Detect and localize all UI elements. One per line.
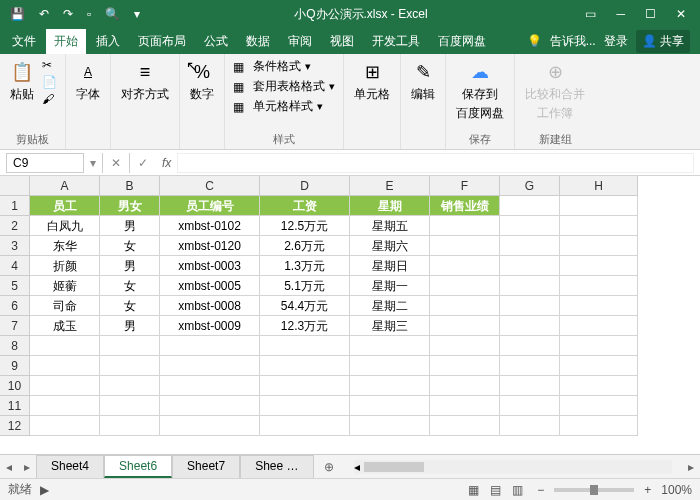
col-header[interactable]: H (560, 176, 638, 196)
col-header[interactable]: G (500, 176, 560, 196)
tab-baidu[interactable]: 百度网盘 (430, 29, 494, 54)
cell[interactable]: 折颜 (30, 256, 100, 276)
formula-bar[interactable] (177, 153, 694, 173)
cell[interactable] (430, 356, 500, 376)
cell[interactable]: xmbst-0003 (160, 256, 260, 276)
col-header[interactable]: B (100, 176, 160, 196)
cell[interactable] (560, 276, 638, 296)
cell[interactable]: 员工 (30, 196, 100, 216)
tab-home[interactable]: 开始 (46, 29, 86, 54)
cell[interactable] (260, 356, 350, 376)
cell[interactable] (30, 356, 100, 376)
table-format-button[interactable]: ▦套用表格格式 ▾ (233, 78, 335, 95)
sheet-tab[interactable]: Sheet4 (36, 455, 104, 478)
cell[interactable] (560, 256, 638, 276)
ribbon-opts-icon[interactable]: ▭ (585, 7, 596, 21)
cell[interactable] (500, 236, 560, 256)
cell[interactable]: 白凤九 (30, 216, 100, 236)
cell[interactable] (500, 196, 560, 216)
zoom-in-icon[interactable]: + (644, 483, 651, 497)
col-header[interactable]: E (350, 176, 430, 196)
cell[interactable] (430, 316, 500, 336)
row-header[interactable]: 4 (0, 256, 30, 276)
cell[interactable] (560, 236, 638, 256)
cell[interactable] (350, 396, 430, 416)
sheet-tab[interactable]: Sheet7 (172, 455, 240, 478)
undo-icon[interactable]: ↶ (39, 7, 49, 21)
col-header[interactable]: A (30, 176, 100, 196)
cell[interactable]: 姬蘅 (30, 276, 100, 296)
cell[interactable]: 销售业绩 (430, 196, 500, 216)
cell[interactable] (100, 376, 160, 396)
cell[interactable]: 星期二 (350, 296, 430, 316)
sheet-tab[interactable]: Shee … (240, 455, 313, 478)
cell[interactable]: xmbst-0008 (160, 296, 260, 316)
cells-button[interactable]: ⊞单元格 (352, 58, 392, 105)
tab-view[interactable]: 视图 (322, 29, 362, 54)
cell[interactable] (30, 416, 100, 436)
cell[interactable] (430, 336, 500, 356)
cell[interactable] (560, 216, 638, 236)
row-header[interactable]: 1 (0, 196, 30, 216)
row-header[interactable]: 11 (0, 396, 30, 416)
cell[interactable] (100, 336, 160, 356)
cell[interactable]: 星期一 (350, 276, 430, 296)
col-header[interactable]: F (430, 176, 500, 196)
cell[interactable] (350, 336, 430, 356)
cell[interactable]: 2.6万元 (260, 236, 350, 256)
cell[interactable] (560, 416, 638, 436)
cell[interactable] (500, 356, 560, 376)
copy-icon[interactable]: 📄 (42, 75, 57, 89)
cell[interactable] (430, 216, 500, 236)
cell[interactable] (500, 216, 560, 236)
zoom-out-icon[interactable]: − (537, 483, 544, 497)
close-icon[interactable]: ✕ (676, 7, 686, 21)
col-header[interactable]: C (160, 176, 260, 196)
row-header[interactable]: 6 (0, 296, 30, 316)
tab-formula[interactable]: 公式 (196, 29, 236, 54)
cell[interactable]: 男 (100, 256, 160, 276)
cell[interactable] (160, 416, 260, 436)
row-header[interactable]: 7 (0, 316, 30, 336)
cell[interactable] (430, 416, 500, 436)
cell[interactable] (430, 276, 500, 296)
cell[interactable] (500, 256, 560, 276)
cell[interactable]: 12.5万元 (260, 216, 350, 236)
cell[interactable]: 员工编号 (160, 196, 260, 216)
cell[interactable] (30, 376, 100, 396)
sheet-prev-icon[interactable]: ◂ (0, 460, 18, 474)
cut-icon[interactable]: ✂ (42, 58, 57, 72)
cell[interactable] (350, 416, 430, 436)
cell[interactable]: 星期六 (350, 236, 430, 256)
cell[interactable] (160, 396, 260, 416)
row-header[interactable]: 8 (0, 336, 30, 356)
sheet-next-icon[interactable]: ▸ (18, 460, 36, 474)
cell[interactable]: 女 (100, 236, 160, 256)
number-button[interactable]: %数字 (188, 58, 216, 105)
cell[interactable] (500, 336, 560, 356)
cell[interactable] (560, 316, 638, 336)
cell[interactable]: xmbst-0102 (160, 216, 260, 236)
cell[interactable] (500, 416, 560, 436)
redo-icon[interactable]: ↷ (63, 7, 73, 21)
tab-layout[interactable]: 页面布局 (130, 29, 194, 54)
row-header[interactable]: 3 (0, 236, 30, 256)
maximize-icon[interactable]: ☐ (645, 7, 656, 21)
cell[interactable]: 星期五 (350, 216, 430, 236)
tab-review[interactable]: 审阅 (280, 29, 320, 54)
cell[interactable]: xmbst-0005 (160, 276, 260, 296)
view-break-icon[interactable]: ▥ (508, 483, 527, 497)
cell[interactable] (260, 416, 350, 436)
cell[interactable] (430, 376, 500, 396)
cell[interactable]: 女 (100, 296, 160, 316)
add-sheet-icon[interactable]: ⊕ (314, 460, 344, 474)
fx-icon[interactable]: fx (156, 156, 177, 170)
scroll-left-icon[interactable]: ◂ (354, 460, 360, 474)
tab-data[interactable]: 数据 (238, 29, 278, 54)
cell[interactable]: 女 (100, 276, 160, 296)
cell[interactable]: 星期三 (350, 316, 430, 336)
view-page-icon[interactable]: ▤ (486, 483, 505, 497)
cell[interactable]: 司命 (30, 296, 100, 316)
col-header[interactable]: D (260, 176, 350, 196)
row-header[interactable]: 5 (0, 276, 30, 296)
